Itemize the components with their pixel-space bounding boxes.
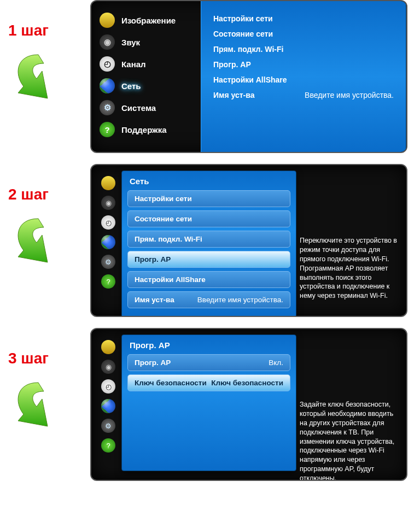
globe-icon[interactable] bbox=[101, 399, 115, 413]
submenu-net-settings[interactable]: Настройки сети bbox=[213, 11, 394, 26]
panel-title: Прогр. AP bbox=[127, 339, 290, 354]
panel-soft-ap-toggle[interactable]: Прогр. AP Вкл. bbox=[127, 354, 290, 371]
mini-icon-column: ◉ ◴ ⚙ ? bbox=[101, 340, 118, 458]
gear-icon[interactable]: ⚙ bbox=[101, 419, 115, 433]
channel-icon: ◴ bbox=[100, 56, 115, 72]
gear-icon[interactable]: ⚙ bbox=[101, 255, 115, 269]
network-panel: Сеть Настройки сети Состояние сети Прям.… bbox=[121, 171, 296, 317]
panel-security-key[interactable]: Ключ безопасности Ключ безопасности bbox=[127, 374, 290, 391]
tv-screen-3: ◉ ◴ ⚙ ? Прогр. AP Прогр. AP Вкл. Ключ бе… bbox=[90, 328, 407, 481]
step-3-label: 3 шаг bbox=[8, 350, 90, 367]
tv-screen-1: Изображение ◉ Звук ◴ Канал Сеть ⚙ Систем… bbox=[90, 0, 407, 153]
step-2-label: 2 шаг bbox=[8, 186, 90, 203]
support-icon[interactable]: ? bbox=[101, 438, 115, 453]
panel-allshare[interactable]: Настройки AllShare bbox=[127, 271, 290, 288]
panel-soft-ap[interactable]: Прогр. AP bbox=[127, 251, 290, 268]
network-submenu: Настройки сети Состояние сети Прям. подк… bbox=[201, 1, 406, 152]
support-icon[interactable]: ? bbox=[101, 274, 115, 289]
help-text: Переключите это устройство в режим точки… bbox=[300, 236, 398, 301]
menu-item-network[interactable]: Сеть bbox=[100, 75, 201, 97]
menu-label: Изображение bbox=[121, 16, 176, 25]
menu-label: Звук bbox=[121, 38, 140, 47]
picture-icon[interactable] bbox=[101, 176, 115, 190]
menu-item-support[interactable]: ? Поддержка bbox=[100, 119, 201, 140]
tv-screen-2: ◉ ◴ ⚙ ? Сеть Настройки сети Состояние се… bbox=[90, 164, 407, 317]
menu-item-system[interactable]: ⚙ Система bbox=[100, 97, 201, 119]
menu-item-picture[interactable]: Изображение bbox=[100, 9, 201, 31]
channel-icon[interactable]: ◴ bbox=[101, 379, 115, 394]
step-arrow-icon bbox=[8, 372, 74, 432]
submenu-net-status[interactable]: Состояние сети bbox=[213, 26, 394, 42]
submenu-device-name[interactable]: Имя уст-ва Введите имя устройства. bbox=[213, 87, 394, 103]
panel-title: Сеть bbox=[127, 175, 290, 190]
menu-label: Канал bbox=[121, 60, 146, 69]
menu-label: Поддержка bbox=[121, 125, 167, 134]
panel-net-settings[interactable]: Настройки сети bbox=[127, 190, 290, 207]
sound-icon[interactable]: ◉ bbox=[101, 196, 115, 210]
panel-device-name[interactable]: Имя уст-ва Введите имя устройства. bbox=[127, 291, 290, 308]
picture-icon bbox=[100, 13, 115, 28]
panel-net-status[interactable]: Состояние сети bbox=[127, 210, 290, 227]
step-arrow-icon bbox=[8, 44, 74, 104]
globe-icon bbox=[100, 78, 115, 93]
help-text: Задайте ключ безопасности, который необх… bbox=[300, 400, 398, 481]
support-icon: ? bbox=[100, 122, 115, 137]
menu-item-sound[interactable]: ◉ Звук bbox=[100, 31, 201, 53]
step-arrow-icon bbox=[8, 208, 74, 268]
step-1-label: 1 шаг bbox=[8, 22, 90, 39]
globe-icon[interactable] bbox=[101, 235, 115, 249]
sound-icon[interactable]: ◉ bbox=[101, 360, 115, 374]
main-menu: Изображение ◉ Звук ◴ Канал Сеть ⚙ Систем… bbox=[91, 1, 201, 152]
submenu-allshare[interactable]: Настройки AllShare bbox=[213, 72, 394, 87]
mini-icon-column: ◉ ◴ ⚙ ? bbox=[101, 176, 118, 294]
submenu-soft-ap[interactable]: Прогр. AP bbox=[213, 57, 394, 72]
sound-icon: ◉ bbox=[100, 34, 115, 50]
picture-icon[interactable] bbox=[101, 340, 115, 354]
soft-ap-panel: Прогр. AP Прогр. AP Вкл. Ключ безопаснос… bbox=[121, 334, 296, 471]
submenu-wifi-direct[interactable]: Прям. подкл. Wi-Fi bbox=[213, 42, 394, 57]
menu-label: Система bbox=[121, 103, 156, 113]
menu-label: Сеть bbox=[121, 81, 141, 91]
channel-icon[interactable]: ◴ bbox=[101, 215, 115, 230]
panel-wifi-direct[interactable]: Прям. подкл. Wi-Fi bbox=[127, 231, 290, 248]
gear-icon: ⚙ bbox=[100, 100, 115, 115]
menu-item-channel[interactable]: ◴ Канал bbox=[100, 53, 201, 75]
